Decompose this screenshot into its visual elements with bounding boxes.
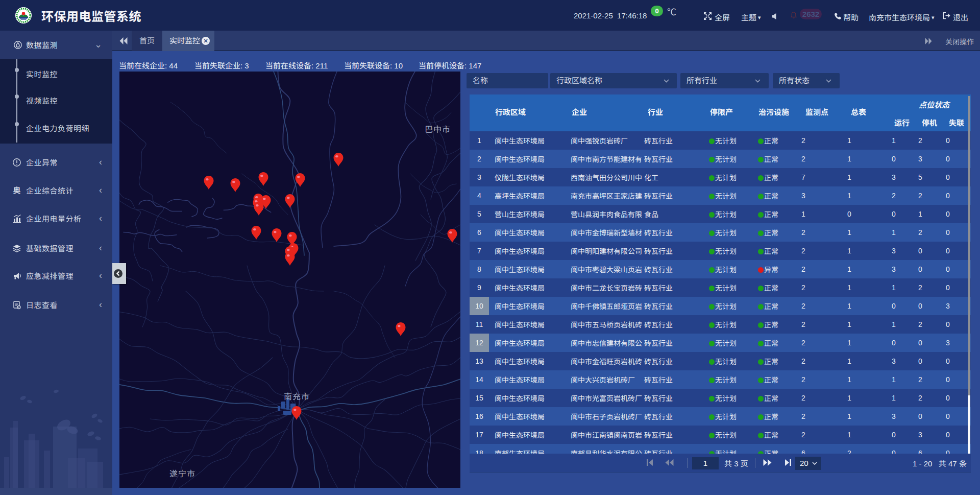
svg-text:奥: 奥 [13,186,20,195]
